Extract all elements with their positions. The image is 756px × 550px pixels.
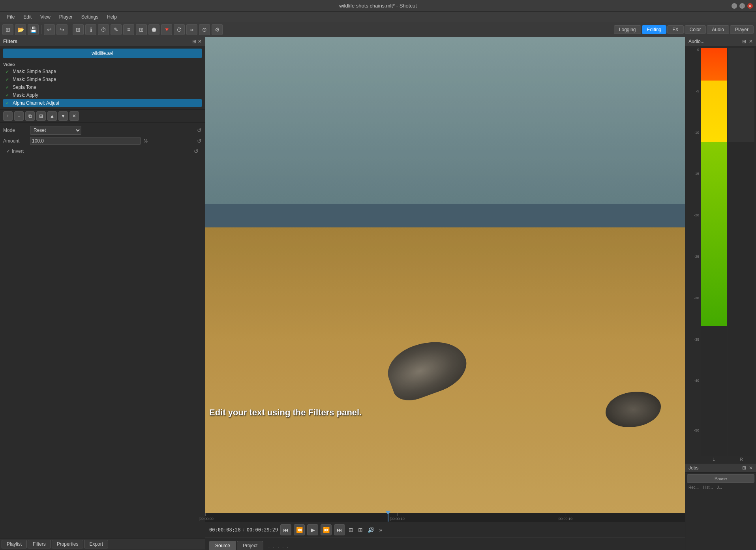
skip-end-btn[interactable]: ⏭: [334, 524, 345, 535]
filter-clear-btn[interactable]: ✕: [69, 111, 79, 121]
viewmode-logging[interactable]: Logging: [614, 25, 641, 34]
filter-item-sepia[interactable]: ✓ Sepia Tone: [3, 83, 202, 91]
fast-forward-btn[interactable]: ⏩: [321, 524, 332, 535]
viewmode-color[interactable]: Color: [685, 25, 706, 34]
menu-settings[interactable]: Settings: [77, 13, 102, 21]
filter-remove-btn[interactable]: −: [14, 111, 24, 121]
filters-panel: Filters ⊞ ✕ wildlife.avi Video ✓ Mask: S…: [0, 37, 205, 550]
db-30: -30: [694, 296, 699, 300]
maximize-button[interactable]: □: [739, 3, 745, 9]
mode-reset-btn[interactable]: ↺: [197, 127, 202, 133]
filter-paste-btn[interactable]: ⊞: [36, 111, 46, 121]
mode-select[interactable]: Reset Add Multiply: [30, 126, 81, 135]
viewmode-editing[interactable]: Editing: [642, 25, 667, 34]
source-project-tabs: Source Project · · · · ·: [205, 537, 685, 550]
scrub-tick-2: [565, 513, 565, 516]
current-time: 00:00:08;28: [209, 527, 240, 533]
filters-panel-close-icon[interactable]: ✕: [198, 39, 202, 44]
main-toolbar: ⊞ 📂 💾 ↩ ↪ ⊞ ℹ ⏱ ✎ ≡ ⊞ ⬟ 🔻 ⏱ ≈ ⊙ ⚙ Loggin…: [0, 22, 756, 37]
timecode-button[interactable]: ⏱: [98, 24, 109, 35]
amount-input[interactable]: [30, 137, 141, 145]
open-button[interactable]: 📂: [15, 24, 26, 35]
project-tab[interactable]: Project: [237, 541, 263, 550]
tab-filters[interactable]: Filters: [28, 540, 51, 548]
wildlife-scene: Edit your text using the Filters panel.: [205, 37, 685, 513]
timeline-scrubber-bar[interactable]: |00:00:00 |00:00:10 |00:00:19: [205, 513, 685, 522]
amount-reset-btn[interactable]: ↺: [197, 138, 202, 144]
wave-button[interactable]: ≈: [186, 24, 197, 35]
viewmode-buttons: Logging Editing FX Color Audio Player: [614, 25, 754, 34]
viewmode-fx[interactable]: FX: [667, 25, 683, 34]
jobs-hist-tab[interactable]: Hist...: [701, 484, 715, 490]
volume-icon[interactable]: 🔊: [366, 526, 375, 534]
grid-overlay-icon[interactable]: ⊞: [357, 526, 364, 534]
scrub-playhead[interactable]: [388, 513, 388, 522]
audio-meter-float-icon[interactable]: ⊞: [742, 39, 746, 44]
save-button[interactable]: 💾: [28, 24, 39, 35]
filter-item-mask1[interactable]: ✓ Mask: Simple Shape: [3, 68, 202, 75]
source-tab[interactable]: Source: [209, 541, 236, 550]
scrub-tick-1: [397, 513, 398, 516]
info-button[interactable]: ℹ: [85, 24, 96, 35]
tab-export[interactable]: Export: [84, 540, 108, 548]
audio-meter-body: 0 -5 -10 -15 -20 -25 -30 -35 -40 -50: [685, 46, 756, 463]
edit-button[interactable]: ✎: [111, 24, 122, 35]
viewmode-player[interactable]: Player: [730, 25, 754, 34]
menu-help[interactable]: Help: [103, 13, 121, 21]
jobs-float-icon[interactable]: ⊞: [742, 465, 746, 471]
undo-button[interactable]: ↩: [44, 24, 55, 35]
new-button[interactable]: ⊞: [2, 24, 13, 35]
jobs-close-icon[interactable]: ✕: [749, 465, 753, 471]
menu-file[interactable]: File: [3, 13, 19, 21]
jobs-rec-tab[interactable]: Rec...: [687, 484, 700, 490]
settings-button[interactable]: ⚙: [212, 24, 223, 35]
target-button[interactable]: ⊙: [199, 24, 210, 35]
filter-add-btn[interactable]: +: [3, 111, 13, 121]
window-buttons: − □ ✕: [732, 3, 753, 9]
menu-edit[interactable]: Edit: [19, 13, 36, 21]
vu-l-inactive: [701, 326, 727, 456]
skip-start-btn[interactable]: ⏮: [280, 524, 291, 535]
play-btn[interactable]: ▶: [307, 524, 318, 535]
redo-button[interactable]: ↪: [56, 24, 68, 35]
filter-item-alpha[interactable]: ✓ Alpha Channel: Adjust: [3, 99, 202, 107]
filter-item-mask2[interactable]: ✓ Mask: Simple Shape: [3, 75, 202, 83]
timer-button[interactable]: ⏱: [174, 24, 185, 35]
filter-down-btn[interactable]: ▼: [58, 111, 68, 121]
menu-view[interactable]: View: [36, 13, 54, 21]
more-options-icon[interactable]: »: [378, 526, 383, 534]
audio-meter-panel: Audio... ⊞ ✕ 0 -5 -10 -15 -20 -25 -30 -3…: [685, 37, 756, 463]
vu-l-yellow: [701, 81, 727, 142]
filter-toolbar-btn[interactable]: ⬟: [148, 24, 159, 35]
flag-button[interactable]: 🔻: [161, 24, 172, 35]
filter-name-4: Mask: Apply: [13, 92, 38, 98]
jobs-j-tab[interactable]: J...: [715, 484, 724, 490]
layout-button[interactable]: ⊞: [73, 24, 84, 35]
filter-copy-btn[interactable]: ⧉: [25, 111, 35, 121]
jobs-header-icons: ⊞ ✕: [742, 465, 753, 471]
menu-player[interactable]: Player: [55, 13, 77, 21]
aspect-ratio-icon[interactable]: ⊞: [347, 526, 355, 534]
audio-meter-close-icon[interactable]: ✕: [749, 39, 753, 44]
tab-playlist[interactable]: Playlist: [2, 540, 27, 548]
filters-panel-float-icon[interactable]: ⊞: [192, 39, 196, 44]
filter-up-btn[interactable]: ▲: [47, 111, 57, 121]
filter-name-1: Mask: Simple Shape: [13, 69, 56, 74]
rewind-btn[interactable]: ⏪: [294, 524, 305, 535]
vu-r-inactive-top: [728, 142, 754, 244]
filter-name-3: Sepia Tone: [13, 84, 36, 90]
filter-check-3: ✓: [6, 85, 11, 90]
filter-name-2: Mask: Simple Shape: [13, 77, 56, 82]
minimize-button[interactable]: −: [732, 3, 737, 9]
filter-item-maskapply[interactable]: ✓ Mask: Apply: [3, 91, 202, 99]
playlist-button[interactable]: ≡: [123, 24, 134, 35]
vu-l-track: [701, 48, 727, 456]
close-button[interactable]: ✕: [747, 3, 753, 9]
invert-reset-btn[interactable]: ↺: [194, 148, 199, 154]
bottom-tabs-bar: Playlist Filters Properties Export: [0, 538, 205, 550]
pause-button[interactable]: Pause: [687, 474, 754, 483]
grid-button[interactable]: ⊞: [136, 24, 147, 35]
vu-r-yellow: [728, 81, 754, 142]
tab-properties[interactable]: Properties: [52, 540, 84, 548]
viewmode-audio[interactable]: Audio: [707, 25, 729, 34]
